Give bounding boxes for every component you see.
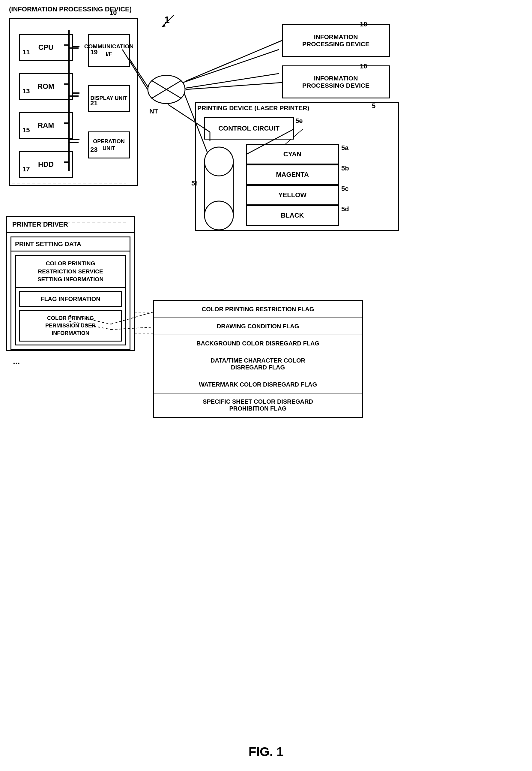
hdd-box: HDD (19, 151, 73, 178)
display-ref: 21 (90, 99, 97, 107)
network-ellipse-svg (147, 74, 186, 104)
cyan-box: CYAN (246, 144, 339, 164)
svg-point-28 (205, 147, 233, 176)
magenta-ref: 5b (341, 164, 349, 172)
svg-line-10 (183, 49, 279, 82)
black-box: BLACK (246, 205, 339, 226)
color-restriction-container: COLOR PRINTINGRESTRICTION SERVICESETTING… (15, 255, 126, 345)
cpu-box: CPU (19, 34, 73, 61)
rom-ref: 13 (22, 87, 30, 95)
flag-info-inner: FLAG INFORMATION (19, 291, 122, 307)
svg-point-31 (205, 201, 233, 230)
right-device-2: INFORMATIONPROCESSING DEVICE (282, 65, 390, 98)
rom-box: ROM (19, 73, 73, 100)
rom-label: ROM (37, 82, 54, 91)
svg-line-11 (183, 73, 279, 88)
printer-driver-title: PRINTER DRIVER (7, 217, 134, 233)
hdd-label: HDD (38, 160, 54, 169)
yellow-box: YELLOW (246, 185, 339, 205)
ellipsis-label: ... (7, 354, 134, 369)
flag-row-3: BACKGROUND COLOR DISREGARD FLAG (154, 335, 362, 352)
control-circuit-label: CONTROL CIRCUIT (218, 124, 279, 132)
control-circuit-ref: 5e (295, 117, 303, 125)
flag-box: COLOR PRINTING RESTRICTION FLAG DRAWING … (153, 300, 363, 418)
printing-device-label: PRINTING DEVICE (LASER PRINTER) (197, 104, 309, 112)
cpu-label: CPU (38, 43, 54, 52)
arrow-1-svg (156, 12, 180, 30)
black-label: BLACK (281, 212, 304, 220)
right-device-2-label: INFORMATIONPROCESSING DEVICE (302, 75, 369, 89)
color-permission-box: COLOR PRINTINGPERMISSION USERINFORMATION (19, 310, 122, 342)
flag-row-1: COLOR PRINTING RESTRICTION FLAG (154, 301, 362, 318)
drum-ref: 5f (191, 179, 197, 187)
right-device-1-ref: 10 (360, 20, 367, 28)
yellow-label: YELLOW (278, 191, 306, 199)
printer-driver-box: PRINTER DRIVER PRINT SETTING DATA COLOR … (6, 216, 135, 351)
main-device-label: (INFORMATION PROCESSING DEVICE) (9, 5, 132, 13)
color-restriction-label: COLOR PRINTINGRESTRICTION SERVICESETTING… (16, 256, 125, 288)
right-device-1-label: INFORMATIONPROCESSING DEVICE (302, 33, 369, 48)
diagram-container: 10 (INFORMATION PROCESSING DEVICE) CPU 1… (0, 0, 532, 771)
flag-row-5: WATERMARK COLOR DISREGARD FLAG (154, 376, 362, 393)
drum-container (202, 143, 235, 241)
right-device-2-ref: 10 (360, 62, 367, 70)
drum-svg (202, 143, 235, 240)
comm-ref: 19 (90, 48, 97, 56)
flag-row-4: DATA/TIME CHARACTER COLORDISREGARD FLAG (154, 352, 362, 376)
yellow-ref: 5c (341, 185, 348, 193)
network-label: NT (149, 107, 158, 115)
magenta-label: MAGENTA (276, 171, 309, 178)
control-circuit-box: CONTROL CIRCUIT (204, 117, 294, 139)
operation-box: OPERATION UNIT (88, 131, 130, 158)
black-ref: 5d (341, 205, 349, 213)
cyan-label: CYAN (283, 150, 301, 158)
print-setting-container: PRINT SETTING DATA COLOR PRINTINGRESTRIC… (10, 237, 130, 350)
cpu-ref: 11 (22, 48, 30, 56)
color-boxes: CYAN MAGENTA YELLOW BLACK (246, 144, 339, 226)
ram-label: RAM (38, 121, 54, 130)
flag-row-2: DRAWING CONDITION FLAG (154, 318, 362, 335)
svg-line-41 (186, 40, 282, 81)
cyan-ref: 5a (341, 144, 348, 152)
flag-row-6: SPECIFIC SHEET COLOR DISREGARDPROHIBITIO… (154, 393, 362, 417)
print-setting-label: PRINT SETTING DATA (11, 238, 130, 252)
ram-box: RAM (19, 112, 73, 139)
operation-ref: 23 (90, 146, 97, 154)
network-ellipse-container (147, 74, 186, 104)
hdd-ref: 17 (22, 165, 30, 173)
magenta-box: MAGENTA (246, 164, 339, 185)
figure-label: FIG. 1 (249, 745, 284, 759)
ram-ref: 15 (22, 126, 30, 134)
printing-device-ref: 5 (372, 102, 375, 110)
right-device-1: INFORMATIONPROCESSING DEVICE (282, 24, 390, 57)
main-device-box: CPU 11 ROM 13 RAM 15 HDD 17 COMMUNICATIO… (9, 18, 138, 186)
display-box: DISPLAY UNIT (88, 85, 130, 112)
svg-line-42 (186, 82, 282, 89)
